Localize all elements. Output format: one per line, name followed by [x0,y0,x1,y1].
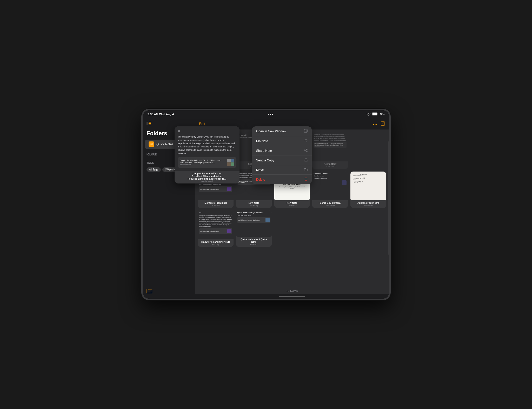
popup-footer-title: Doppler for Mac Offers anExcellent Album… [177,172,237,180]
menu-icon-send-copy [304,158,308,162]
context-menu: Open in New Window Pin Note [252,126,312,184]
thumb-2 [231,159,235,162]
svg-line-18 [305,149,306,150]
menu-icon-pin-note [304,139,308,143]
popup-link-text: Doppler for Mac Offers an Excellent Albu… [180,159,225,166]
menu-label-delete: Delete [256,178,265,181]
thumb-3 [227,162,231,166]
svg-point-15 [304,150,305,151]
svg-line-19 [305,151,306,151]
popup-body-text: The minute you try Doppler, you can tell… [178,135,236,155]
popup-link-url: macstories.net [180,164,225,166]
menu-label-send-copy: Send a Copy [256,159,274,162]
popup-footer-url: macstories.net [177,180,237,182]
menu-item-move[interactable]: Move [252,165,312,175]
menu-label-pin-note: Pin Note [256,139,268,143]
menu-item-send-copy[interactable]: Send a Copy [252,155,312,165]
popup-link-title: Doppler for Mac Offers an Excellent Albu… [180,159,225,164]
menu-icon-share-note [304,149,308,153]
overlay: ❝ The minute you try Doppler, you can te… [143,110,389,299]
note-popup-content: ❝ The minute you try Doppler, you can te… [175,126,240,171]
menu-label-share-note: Share Note [256,149,272,153]
menu-item-pin-note[interactable]: Pin Note [252,136,312,146]
svg-rect-13 [305,130,307,132]
menu-icon-delete [304,177,308,182]
popup-link-row[interactable]: Doppler for Mac Offers an Excellent Albu… [178,157,236,168]
thumb-4 [231,162,235,166]
thumb-1 [227,159,231,162]
menu-label-open-new-window: Open in New Window [256,129,286,133]
quote-mark: ❝ [178,129,236,134]
note-popup-footer: Doppler for Mac Offers anExcellent Album… [175,171,240,183]
menu-icon-move [304,168,308,172]
svg-point-17 [306,151,307,152]
menu-label-move: Move [256,168,264,172]
svg-point-16 [306,149,307,150]
menu-icon-open-new-window [304,129,308,133]
menu-item-delete[interactable]: Delete [252,175,312,184]
menu-item-share-note[interactable]: Share Note [252,146,312,155]
menu-item-open-new-window[interactable]: Open in New Window [252,126,312,136]
popup-link-thumbnail [227,159,234,166]
note-popup[interactable]: ❝ The minute you try Doppler, you can te… [175,126,240,183]
